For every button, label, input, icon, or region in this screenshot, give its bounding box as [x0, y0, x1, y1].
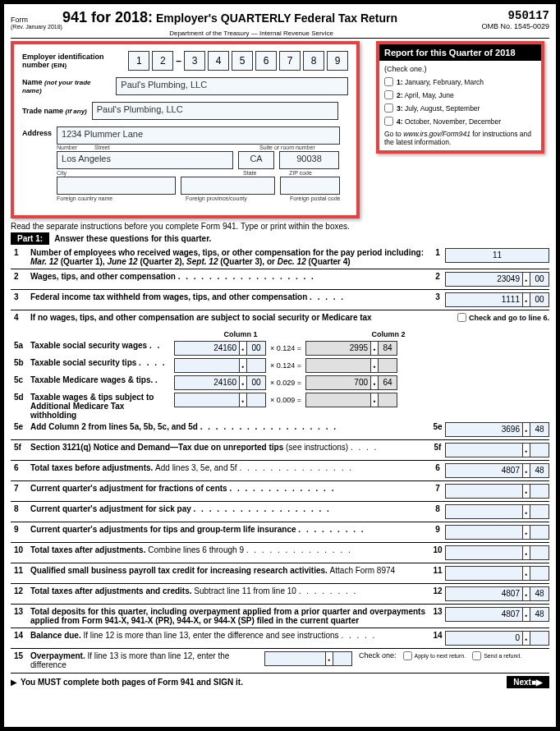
form-subtitle: Employer's QUARTERLY Federal Tax Return [156, 11, 397, 25]
name-input[interactable]: Paul's Plumbing, LLC [116, 77, 348, 95]
line-number: 12 [11, 586, 30, 595]
line-8-amount[interactable]: ▪ [445, 504, 549, 519]
line-5c-col2[interactable]: 700▪64 [305, 375, 397, 390]
line-6-amount[interactable]: 4807▪48 [445, 463, 549, 478]
ein-digit[interactable]: 6 [255, 51, 277, 71]
q1-checkbox[interactable] [384, 77, 393, 86]
line-14: 14 Balance due. If line 12 is more than … [11, 631, 549, 649]
line-12: 12 Total taxes after adjustments and cre… [11, 586, 549, 605]
ein-digit[interactable]: 3 [184, 51, 205, 71]
q3-option[interactable]: 3: July, August, September [384, 103, 536, 113]
line-number: 10 [11, 545, 30, 554]
line-11-amount[interactable]: ▪ [445, 566, 549, 581]
line-text: Total taxes after adjustments. Combine l… [30, 545, 430, 554]
line-1-amount[interactable]: 11 [445, 248, 549, 263]
city-sublabel: City [57, 170, 238, 176]
line-9-amount[interactable]: ▪ [445, 525, 549, 540]
ein-digit[interactable]: 5 [232, 51, 253, 71]
quarter-header: Report for this Quarter of 2018 [379, 44, 541, 61]
line-5d-col1[interactable]: ▪ [174, 393, 266, 407]
check-one: (Check one.) [384, 65, 536, 73]
city-input[interactable]: Los Angeles [57, 151, 233, 169]
ein-digit[interactable]: 1 [128, 51, 149, 71]
q4-checkbox[interactable] [384, 117, 393, 126]
suite-sublabel: Suite or room number [259, 145, 315, 150]
form-number-year: 941 for 2018: [62, 9, 153, 26]
line-number: 1 [11, 248, 30, 257]
ein-cells: 1 2 – 3 4 5 6 7 8 9 [128, 51, 348, 71]
fp-sublabel: Foreign province/county [186, 195, 285, 201]
q3-checkbox[interactable] [384, 103, 393, 113]
line-7: 7 Current quarter's adjustment for fract… [11, 484, 549, 502]
ein-digit[interactable]: 8 [303, 51, 324, 71]
number-sublabel: Number [57, 145, 90, 150]
line-12-amount[interactable]: 4807▪48 [445, 586, 549, 601]
line-9: 9 Current quarter's adjustments for tips… [11, 525, 549, 543]
foreign-country-input[interactable] [57, 177, 176, 195]
line-3-amount[interactable]: 1111▪00 [445, 292, 549, 307]
employer-section: Employer identification number (EIN) 1 2… [11, 41, 360, 218]
line-number: 14 [11, 631, 30, 640]
line-10-amount[interactable]: ▪ [445, 545, 549, 560]
ein-digit[interactable]: 2 [152, 51, 173, 71]
line-5b-col1[interactable]: ▪ [174, 358, 266, 373]
ein-digit[interactable]: 4 [208, 51, 229, 71]
line-2-amount[interactable]: 23049▪00 [445, 272, 549, 287]
line-15: 15 Overpayment. If line 13 is more than … [11, 651, 549, 669]
line-5f-amount[interactable]: ▪ [445, 443, 549, 457]
line-text: Number of employees who received wages, … [30, 248, 430, 266]
foreign-postal-input[interactable] [280, 177, 340, 195]
line-5c-col1[interactable]: 24160▪00 [174, 375, 266, 390]
line-number: 5c [11, 375, 30, 384]
trade-input[interactable]: Paul's Plumbing, LLC [92, 102, 338, 120]
line-13-amount[interactable]: 4807▪48 [445, 607, 549, 622]
line-ref: 11 [430, 566, 445, 575]
line-number: 4 [11, 313, 30, 322]
line-number: 13 [11, 607, 30, 616]
line-5b-col2[interactable]: ▪ [305, 358, 397, 373]
address-label: Address [22, 129, 52, 137]
send-refund[interactable]: Send a refund. [472, 651, 521, 660]
line-number: 3 [11, 292, 30, 301]
line-ref: 5f [430, 443, 445, 452]
line-7-amount[interactable]: ▪ [445, 484, 549, 499]
line-5e-amount[interactable]: 3696▪48 [445, 422, 549, 437]
line-text: Wages, tips, and other compensation . . … [30, 272, 430, 281]
column-2-header: Column 2 [339, 330, 438, 338]
zip-input[interactable]: 90038 [279, 151, 339, 169]
line-4: 4 If no wages, tips, and other compensat… [11, 313, 549, 328]
line-5a-col1[interactable]: 24160▪00 [174, 341, 266, 356]
line-ref: 2 [430, 272, 445, 281]
line-text: Add Column 2 from lines 5a, 5b, 5c, and … [30, 422, 430, 431]
street-input[interactable]: 1234 Plummer Lane [57, 126, 340, 145]
next-button[interactable]: Next ■▶ [507, 676, 549, 688]
fz-sublabel: Foreign postal code [290, 195, 340, 201]
name-label: Name (not your trade name) [22, 78, 111, 94]
line-text: Total taxes after adjustments and credit… [30, 586, 430, 595]
q2-checkbox[interactable] [384, 90, 393, 99]
street-sublabel: Street [94, 145, 255, 150]
columns-header: Column 1 Column 2 [11, 330, 549, 338]
q2-option[interactable]: 2: April, May, June [384, 90, 536, 99]
line-5a-col2[interactable]: 2995▪84 [305, 341, 397, 356]
ein-digit[interactable]: 7 [279, 51, 301, 71]
q4-option[interactable]: 4: October, November, December [384, 117, 536, 126]
q1-option[interactable]: 1: January, February, March [384, 77, 536, 86]
line-number: 7 [11, 484, 30, 493]
line-ref: 9 [430, 525, 445, 534]
line-5d: 5d Taxable wages & tips subject to Addit… [11, 393, 549, 420]
line-15-amount[interactable]: ▪ [264, 651, 352, 666]
fc-sublabel: Foreign country name [57, 195, 181, 201]
ein-digit[interactable]: 9 [327, 51, 348, 71]
ein-label: Employer identification number (EIN) [22, 53, 123, 69]
line-5d-col2[interactable]: ▪ [305, 393, 397, 407]
line-5f: 5f Section 3121(q) Notice and Demand—Tax… [11, 443, 549, 461]
column-1-header: Column 1 [191, 330, 290, 338]
state-input[interactable]: CA [238, 151, 274, 169]
apply-next-return[interactable]: Apply to next return. [403, 651, 466, 660]
line-text: Taxable wages & tips subject to Addition… [30, 393, 174, 420]
line-14-amount[interactable]: 0▪ [445, 631, 549, 646]
line-4-check[interactable]: Check and go to line 6. [457, 313, 549, 322]
line-number: 15 [11, 651, 30, 660]
foreign-province-input[interactable] [181, 177, 275, 195]
